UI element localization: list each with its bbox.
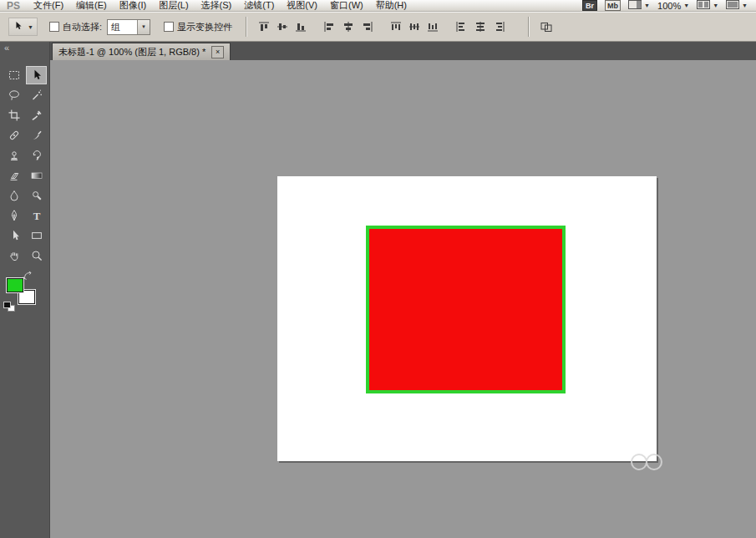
menu-edit[interactable]: 编辑(E): [76, 0, 107, 12]
photoshop-window: PS 文件(F) 编辑(E) 图像(I) 图层(L) 选择(S) 滤镜(T) 视…: [0, 0, 756, 538]
close-icon[interactable]: ×: [211, 46, 224, 58]
healing-brush-icon: [8, 129, 21, 142]
workspace-switcher-button[interactable]: ▼: [628, 0, 650, 11]
blur-drop-icon: [8, 189, 21, 202]
tool-healing-brush[interactable]: [3, 126, 24, 145]
watermark-circles: [628, 451, 667, 473]
separator: [246, 17, 247, 37]
align-top-icon: [257, 21, 271, 33]
red-rectangle-shape[interactable]: [366, 226, 566, 393]
history-brush-icon: [30, 149, 43, 162]
distribute-vertical-center-icon: [408, 21, 421, 33]
tool-move[interactable]: [26, 66, 47, 84]
align-vertical-center-icon: [276, 21, 289, 33]
tool-crop[interactable]: [3, 106, 24, 124]
distribute-right-button[interactable]: [490, 20, 506, 34]
zoom-level-dropdown[interactable]: 100% ▼: [657, 1, 689, 11]
tool-gradient[interactable]: [26, 166, 47, 185]
type-tool-icon: T: [30, 209, 43, 222]
menu-view[interactable]: 视图(V): [287, 0, 317, 12]
tool-rectangular-marquee[interactable]: [3, 66, 24, 84]
tool-blur[interactable]: [3, 186, 24, 205]
tool-history-brush[interactable]: [26, 146, 47, 165]
distribute-top-icon: [389, 21, 403, 33]
menu-help[interactable]: 帮助(H): [376, 0, 407, 12]
crop-icon: [8, 109, 21, 122]
distribute-group-2: [454, 20, 506, 34]
menu-filter[interactable]: 滤镜(T): [244, 0, 274, 12]
tool-dodge[interactable]: [26, 186, 47, 205]
move-tool-icon: [13, 20, 23, 33]
tool-lasso[interactable]: [3, 86, 24, 104]
align-bottom-icon: [294, 21, 307, 33]
tool-magic-wand[interactable]: [26, 86, 47, 104]
chevron-down-icon: ▼: [137, 20, 150, 34]
distribute-group-1: [388, 20, 440, 34]
align-vertical-center-button[interactable]: [274, 20, 290, 34]
auto-select-label: 自动选择:: [63, 21, 102, 33]
align-top-button[interactable]: [256, 20, 271, 34]
menu-bar: PS 文件(F) 编辑(E) 图像(I) 图层(L) 选择(S) 滤镜(T) 视…: [0, 0, 756, 12]
distribute-vertical-center-button[interactable]: [406, 20, 422, 34]
lasso-icon: [8, 89, 21, 102]
default-colors-button[interactable]: [3, 302, 15, 312]
auto-align-layers-icon: [540, 21, 553, 33]
arrange-documents-icon: [697, 0, 710, 11]
tool-path-selection[interactable]: [3, 226, 24, 245]
show-transform-controls-checkbox[interactable]: [164, 22, 174, 32]
tool-clone-stamp[interactable]: [3, 146, 24, 165]
distribute-top-button[interactable]: [388, 20, 403, 34]
distribute-bottom-button[interactable]: [424, 20, 440, 34]
tool-eyedropper[interactable]: [26, 106, 47, 124]
default-foreground-mini-swatch: [3, 302, 11, 308]
align-left-icon: [323, 21, 337, 33]
auto-align-layers-button[interactable]: [538, 20, 554, 34]
bridge-button[interactable]: Br: [582, 0, 597, 11]
tool-preset-picker[interactable]: ▼: [8, 18, 38, 36]
pen-icon: [8, 209, 21, 222]
align-bottom-button[interactable]: [292, 20, 308, 34]
distribute-horizontal-center-button[interactable]: [472, 20, 488, 34]
tool-shape[interactable]: [26, 226, 47, 245]
screen-mode-icon: [726, 0, 739, 11]
align-horizontal-center-button[interactable]: [340, 20, 356, 34]
svg-text:T: T: [33, 210, 40, 222]
collapse-panel-button[interactable]: «: [4, 43, 8, 53]
tool-type[interactable]: T: [26, 206, 47, 225]
tool-brush[interactable]: [26, 126, 47, 145]
arrange-documents-button[interactable]: ▼: [697, 0, 718, 11]
eraser-icon: [8, 169, 21, 182]
menu-bar-right-controls: Br Mb ▼ 100% ▼ ▼ ▼: [582, 0, 748, 11]
menu-image[interactable]: 图像(I): [119, 0, 146, 12]
workspace-layout-icon: [628, 0, 642, 11]
show-transform-controls-label: 显示变换控件: [177, 21, 232, 33]
menu-window[interactable]: 窗口(W): [330, 0, 363, 12]
mb-button[interactable]: Mb: [605, 0, 621, 11]
tool-zoom[interactable]: [26, 246, 47, 265]
magic-wand-icon: [30, 89, 43, 102]
menu-file[interactable]: 文件(F): [33, 0, 63, 12]
align-right-button[interactable]: [358, 20, 374, 34]
distribute-left-icon: [455, 21, 469, 33]
align-right-icon: [360, 21, 373, 33]
foreground-color-swatch[interactable]: [6, 277, 24, 293]
tool-eraser[interactable]: [3, 166, 24, 185]
path-selection-icon: [8, 229, 21, 242]
document-tab[interactable]: 未标题-1 @ 100% (图层 1, RGB/8) * ×: [52, 43, 231, 60]
align-left-button[interactable]: [322, 20, 337, 34]
chevron-down-icon: ▼: [683, 3, 689, 8]
document-canvas[interactable]: [277, 176, 657, 461]
ps-logo: PS: [7, 0, 20, 12]
move-tool-icon: [30, 69, 43, 82]
tool-hand[interactable]: [3, 246, 24, 265]
screen-mode-button[interactable]: ▼: [726, 0, 748, 11]
menu-layer[interactable]: 图层(L): [159, 0, 188, 12]
align-horizontal-center-icon: [342, 21, 355, 33]
tools-grid: T: [3, 65, 48, 266]
menu-select[interactable]: 选择(S): [201, 0, 232, 12]
gradient-icon: [30, 169, 43, 182]
tool-pen[interactable]: [3, 206, 24, 225]
distribute-left-button[interactable]: [454, 20, 469, 34]
auto-select-checkbox[interactable]: [49, 22, 59, 32]
auto-select-target-dropdown[interactable]: 组 ▼: [107, 19, 150, 35]
